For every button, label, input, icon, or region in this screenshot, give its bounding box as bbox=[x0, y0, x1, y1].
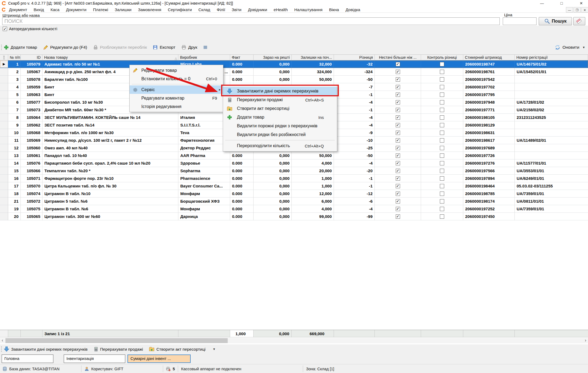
menu-warehouse[interactable]: Склад bbox=[195, 7, 213, 12]
table-row[interactable]: 2105067Амикацид р-р д/ин. 250 мг/мл фл. … bbox=[0, 68, 588, 76]
control-checkbox[interactable] bbox=[440, 138, 444, 143]
table-row[interactable]: 18105074Цитрамон В табл. №10Монфарм0.000… bbox=[0, 190, 588, 198]
clear-button[interactable] bbox=[573, 17, 585, 25]
refresh-button[interactable]: Оновити ▼ bbox=[555, 42, 585, 52]
control-checkbox[interactable] bbox=[440, 100, 444, 104]
tab-summary-inventory[interactable]: Сумарні дані інвент ... bbox=[127, 354, 191, 363]
menu-ehealth[interactable]: eHealth bbox=[270, 7, 291, 12]
control-checkbox[interactable] bbox=[440, 146, 444, 150]
tab-inventory[interactable]: Інвентаризація bbox=[64, 354, 125, 363]
menu-branches[interactable]: Філії bbox=[214, 7, 229, 12]
shortage-checkbox[interactable] bbox=[396, 214, 400, 219]
edit-to-f4-button[interactable]: Редагувати до (F4) bbox=[43, 45, 87, 50]
control-checkbox[interactable] bbox=[440, 115, 444, 120]
column-header-diff[interactable]: Різниця bbox=[334, 55, 375, 60]
mdi-restore-button[interactable]: ❐ bbox=[574, 7, 581, 13]
shortage-checkbox[interactable] bbox=[396, 108, 400, 112]
shortage-checkbox[interactable] bbox=[396, 62, 400, 66]
control-checkbox[interactable] bbox=[440, 161, 444, 165]
shortage-checkbox[interactable] bbox=[396, 192, 400, 196]
menu-item-service[interactable]: Сервіс► bbox=[130, 85, 223, 94]
scroll-right-icon[interactable]: › bbox=[583, 338, 588, 343]
column-header-ctrl[interactable]: Контроль різниці bbox=[421, 55, 463, 60]
table-row[interactable]: 15105066Темпалгин табл. №20 *Sopharma0.0… bbox=[0, 167, 588, 175]
table-row[interactable]: 13105061Панадол таб. 10 №40AAR Pharma0.0… bbox=[0, 152, 588, 159]
menu-directories[interactable]: Довідники bbox=[245, 7, 270, 12]
menu-item-delete-rows-without-diff[interactable]: Видалити рядки без розбіжностей bbox=[223, 130, 337, 139]
shortage-checkbox[interactable] bbox=[396, 199, 400, 204]
shortage-checkbox[interactable] bbox=[396, 77, 400, 82]
menu-item-edit-product[interactable]: Редагувати товар bbox=[130, 66, 223, 75]
menu-item-delete-empty-rows[interactable]: Видалити порожні рядки з перерахунків bbox=[223, 122, 337, 130]
control-checkbox[interactable] bbox=[440, 131, 444, 135]
column-header-num[interactable]: № п/п bbox=[8, 55, 21, 60]
control-checkbox[interactable] bbox=[440, 214, 444, 219]
menu-item-add-product[interactable]: Додати товарIns bbox=[223, 113, 337, 122]
mdi-close-button[interactable]: ✕ bbox=[581, 7, 588, 13]
shortage-checkbox[interactable] bbox=[396, 176, 400, 181]
menu-item-recalculate-sales[interactable]: Перерахувати продажіCtrl+Alt+S bbox=[223, 95, 337, 104]
table-row[interactable]: 16105071Фармацитрон форте пор. 23г №10Ph… bbox=[0, 175, 588, 182]
control-checkbox[interactable] bbox=[440, 153, 444, 158]
table-row[interactable]: 3105078Баралгин табл. №1000.0000,00050,0… bbox=[0, 76, 588, 83]
menu-cash[interactable]: Каса bbox=[47, 7, 63, 12]
h-scrollbar[interactable]: ‹ › bbox=[0, 338, 588, 343]
control-checkbox[interactable] bbox=[440, 85, 444, 89]
control-checkbox[interactable] bbox=[440, 70, 444, 74]
column-header-short[interactable]: Нестачі більше ніж ... bbox=[375, 55, 421, 60]
menu-item-redistribute-quantity[interactable]: Перерозподілити кількістьCtrl+Alt+Q bbox=[223, 141, 337, 150]
table-row[interactable]: ▶1105079Адамакс табл. п/о 50 мг №1Micro … bbox=[0, 60, 588, 68]
menu-item-edit-history[interactable]: Історія редагування bbox=[130, 102, 223, 111]
shortage-checkbox[interactable] bbox=[396, 153, 400, 158]
menu-item-load-individual-recounts[interactable]: Завантажити дані окремих перерахунків bbox=[223, 87, 337, 95]
menu-certificates[interactable]: Сертифікати bbox=[164, 7, 195, 12]
shortage-checkbox[interactable] bbox=[396, 161, 400, 165]
column-header-vendor[interactable]: Виробник bbox=[178, 55, 230, 60]
shortage-checkbox[interactable] bbox=[396, 70, 400, 74]
print-button[interactable]: Друк bbox=[181, 45, 197, 50]
shortage-checkbox[interactable] bbox=[396, 123, 400, 127]
shortage-checkbox[interactable] bbox=[396, 115, 400, 120]
recalculate-sales-button[interactable]: Перерахувати продажі bbox=[94, 347, 143, 352]
search-button[interactable]: Пошук bbox=[539, 17, 572, 25]
unlock-recount-button[interactable]: Розблокувати переоблік bbox=[93, 45, 147, 50]
control-checkbox[interactable] bbox=[440, 207, 444, 211]
bottom-toolbar-dropdown-icon[interactable]: ▼ bbox=[213, 347, 216, 351]
load-individual-recounts-button[interactable]: Завантажити дані окремих перерахунків bbox=[4, 346, 88, 352]
menu-help[interactable]: Довідка bbox=[342, 7, 364, 12]
control-checkbox[interactable] bbox=[440, 62, 444, 66]
minimize-button[interactable]: — bbox=[536, 0, 548, 7]
column-header-name[interactable]: Назва товару△ bbox=[42, 55, 178, 60]
maximize-button[interactable]: □ bbox=[556, 0, 568, 7]
control-checkbox[interactable] bbox=[440, 184, 444, 188]
menu-document[interactable]: Документ bbox=[6, 7, 31, 12]
shortage-checkbox[interactable] bbox=[396, 138, 400, 143]
menu-item-set-quantity-zero[interactable]: Встановити кількість = 0Ctrl+0 bbox=[130, 75, 223, 83]
shortage-checkbox[interactable] bbox=[396, 184, 400, 188]
menu-settings[interactable]: Налаштування bbox=[291, 7, 326, 12]
menu-payments[interactable]: Платежі bbox=[90, 7, 111, 12]
menu-reports[interactable]: Звіти bbox=[229, 7, 245, 12]
shortage-checkbox[interactable] bbox=[396, 207, 400, 211]
export-button[interactable]: Експорт bbox=[153, 45, 175, 50]
shortage-checkbox[interactable] bbox=[396, 93, 400, 97]
table-row[interactable]: 21105072Цитрамон 5 табл. №6Борщаговский … bbox=[0, 198, 588, 205]
table-row[interactable]: 17105070Цитра Кальцемин таб. п/о фл. № 3… bbox=[0, 182, 588, 190]
column-header-reg[interactable]: Номер регістрації bbox=[515, 55, 588, 60]
column-header-marker[interactable] bbox=[0, 55, 8, 60]
menu-stock[interactable]: Залишки bbox=[111, 7, 135, 12]
table-row[interactable]: 14105076Парацетамол беби сусп. орал. 2,4… bbox=[0, 159, 588, 167]
menu-exit[interactable]: Вихід bbox=[31, 7, 47, 12]
tab-main[interactable]: Головна bbox=[2, 354, 53, 363]
control-checkbox[interactable] bbox=[440, 199, 444, 204]
control-checkbox[interactable] bbox=[440, 169, 444, 173]
close-button[interactable]: ✕ bbox=[575, 0, 587, 7]
menu-windows[interactable]: Вікна bbox=[326, 7, 342, 12]
column-header-now[interactable]: Зараз на решті bbox=[254, 55, 292, 60]
column-header-sticker[interactable]: Стикерний штрихкод bbox=[463, 55, 515, 60]
columns-button[interactable] bbox=[203, 45, 208, 50]
column-header-fact[interactable]: Факт bbox=[230, 55, 254, 60]
scroll-left-icon[interactable]: ‹ bbox=[0, 338, 5, 343]
menu-orders[interactable]: Замовлення bbox=[135, 7, 164, 12]
control-checkbox[interactable] bbox=[440, 176, 444, 181]
